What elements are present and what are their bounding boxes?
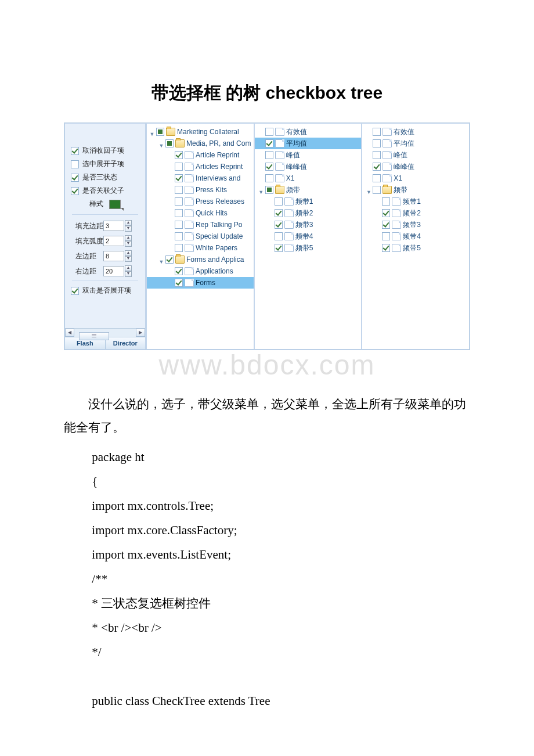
- checkbox-icon[interactable]: [265, 186, 273, 194]
- tree-node[interactable]: Press Releases: [147, 196, 254, 207]
- spinner-up-icon[interactable]: ▲: [125, 220, 132, 226]
- checkbox-icon[interactable]: [71, 174, 79, 182]
- checkbox-icon[interactable]: [382, 221, 390, 229]
- checkbox-icon[interactable]: [382, 232, 390, 240]
- spinner-down-icon[interactable]: ▼: [125, 226, 132, 232]
- checkbox-icon[interactable]: [382, 244, 390, 252]
- tree-node[interactable]: 有效值: [362, 126, 469, 138]
- tree-node[interactable]: Press Kits: [147, 184, 254, 196]
- tree-node[interactable]: 平均值: [362, 138, 469, 149]
- checkbox-icon[interactable]: [275, 197, 283, 206]
- tree-node[interactable]: ▼频带: [255, 184, 362, 196]
- option-row[interactable]: 是否三状态: [65, 171, 145, 184]
- checkbox-icon[interactable]: [373, 163, 381, 171]
- tree-node[interactable]: 频带3: [255, 219, 362, 231]
- spinner[interactable]: ▲▼: [125, 265, 132, 277]
- tree-node[interactable]: Applications: [147, 265, 254, 277]
- tree-node[interactable]: ▼Forms and Applica: [147, 254, 254, 265]
- tree-node[interactable]: Rep Talking Po: [147, 219, 254, 231]
- tree-node[interactable]: Special Update: [147, 231, 254, 242]
- dblclick-row[interactable]: 双击是否展开项: [65, 284, 145, 297]
- disclosure-icon[interactable]: ▼: [158, 257, 164, 262]
- color-picker[interactable]: [109, 200, 121, 209]
- checkbox-icon[interactable]: [175, 197, 183, 206]
- checkbox-icon[interactable]: [71, 160, 79, 168]
- spinner-up-icon[interactable]: ▲: [125, 235, 132, 241]
- tree-node[interactable]: 频带4: [255, 231, 362, 242]
- scroll-thumb[interactable]: [79, 332, 109, 340]
- checkbox-icon[interactable]: [175, 151, 183, 159]
- tree-node[interactable]: 峰峰值: [362, 161, 469, 172]
- checkbox-icon[interactable]: [175, 186, 183, 194]
- tree-node[interactable]: 平均值: [255, 138, 362, 149]
- checkbox-icon[interactable]: [175, 244, 183, 252]
- tree-node[interactable]: Article Reprint: [147, 149, 254, 161]
- tree-node[interactable]: 频带3: [362, 219, 469, 231]
- tree-node[interactable]: Articles Reprint: [147, 161, 254, 172]
- option-row[interactable]: 选中展开子项: [65, 157, 145, 171]
- tree-node[interactable]: 频带4: [362, 231, 469, 242]
- disclosure-icon[interactable]: ▼: [366, 187, 371, 193]
- checkbox-icon[interactable]: [175, 221, 183, 229]
- checkbox-icon[interactable]: [265, 139, 273, 147]
- checkbox-icon[interactable]: [373, 128, 381, 136]
- checkbox-icon[interactable]: [175, 232, 183, 240]
- checkbox-icon[interactable]: [175, 209, 183, 217]
- scroll-right-icon[interactable]: ▶: [136, 329, 145, 337]
- tree-node[interactable]: Quick Hits: [147, 207, 254, 219]
- scroll-left-icon[interactable]: ◀: [65, 329, 74, 337]
- checkbox-icon[interactable]: [275, 209, 283, 217]
- horizontal-scrollbar[interactable]: ◀ ▶: [65, 328, 145, 337]
- checkbox-icon[interactable]: [71, 287, 79, 295]
- checkbox-icon[interactable]: [265, 163, 273, 171]
- tree-node[interactable]: 峰峰值: [255, 161, 362, 172]
- checkbox-icon[interactable]: [265, 151, 273, 159]
- spinner[interactable]: ▲▼: [125, 220, 132, 232]
- checkbox-icon[interactable]: [71, 147, 79, 155]
- checkbox-icon[interactable]: [373, 174, 381, 182]
- spinner-down-icon[interactable]: ▼: [125, 256, 132, 262]
- spinner-down-icon[interactable]: ▼: [125, 271, 132, 277]
- checkbox-icon[interactable]: [382, 209, 390, 217]
- number-input[interactable]: 3: [103, 221, 124, 231]
- disclosure-icon[interactable]: ▼: [149, 129, 155, 135]
- spinner-up-icon[interactable]: ▲: [125, 265, 132, 271]
- tree-node[interactable]: 频带2: [255, 207, 362, 219]
- tree-node[interactable]: 频带1: [362, 196, 469, 207]
- option-row[interactable]: 是否关联父子: [65, 184, 145, 197]
- tree-node[interactable]: 频带2: [362, 207, 469, 219]
- spinner-down-icon[interactable]: ▼: [125, 241, 132, 247]
- checkbox-icon[interactable]: [275, 232, 283, 240]
- tree-node[interactable]: 频带5: [362, 242, 469, 254]
- tree-node[interactable]: Interviews and: [147, 172, 254, 184]
- checkbox-icon[interactable]: [165, 255, 174, 264]
- tree-node[interactable]: 频带1: [255, 196, 362, 207]
- tree-node[interactable]: White Papers: [147, 242, 254, 254]
- tree-node[interactable]: Forms: [147, 277, 254, 289]
- checkbox-icon[interactable]: [275, 221, 283, 229]
- disclosure-icon[interactable]: ▼: [158, 141, 164, 146]
- checkbox-icon[interactable]: [265, 128, 273, 136]
- checkbox-icon[interactable]: [275, 244, 283, 252]
- checkbox-icon[interactable]: [175, 163, 183, 171]
- checkbox-icon[interactable]: [175, 267, 183, 275]
- number-input[interactable]: 20: [103, 266, 124, 276]
- checkbox-icon[interactable]: [373, 186, 381, 194]
- checkbox-icon[interactable]: [175, 174, 183, 182]
- tree-node[interactable]: ▼Marketing Collateral: [147, 126, 254, 138]
- option-row[interactable]: 取消收回子项: [65, 144, 145, 157]
- tab-director[interactable]: Director: [106, 337, 146, 349]
- checkbox-icon[interactable]: [175, 279, 183, 287]
- spinner-up-icon[interactable]: ▲: [125, 250, 132, 256]
- checkbox-icon[interactable]: [156, 128, 164, 136]
- checkbox-icon[interactable]: [373, 139, 381, 147]
- number-input[interactable]: 2: [103, 236, 124, 246]
- tree-node[interactable]: ▼Media, PR, and Com: [147, 138, 254, 149]
- tree-node[interactable]: 峰值: [255, 149, 362, 161]
- disclosure-icon[interactable]: ▼: [258, 187, 264, 193]
- checkbox-icon[interactable]: [373, 151, 381, 159]
- tree-node[interactable]: ▼频带: [362, 184, 469, 196]
- tree-node[interactable]: X1: [255, 172, 362, 184]
- checkbox-icon[interactable]: [71, 187, 79, 195]
- tree-node[interactable]: 峰值: [362, 149, 469, 161]
